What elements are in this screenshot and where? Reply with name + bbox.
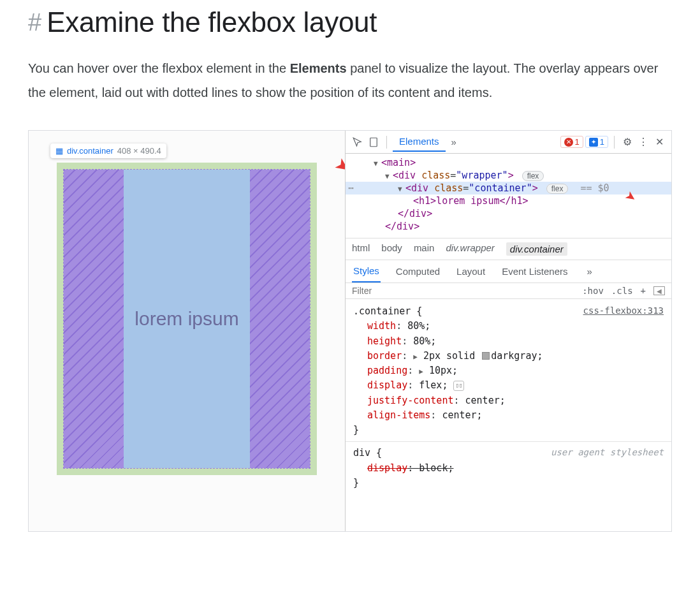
tab-styles[interactable]: Styles (352, 260, 381, 282)
section-heading: # Examine the flexbox layout (28, 6, 672, 38)
styles-tabstrip: Styles Computed Layout Event Listeners » (346, 260, 671, 283)
flexbox-overlay: lorem ipsum (57, 163, 317, 475)
intro-paragraph: You can hover over the flexbox element i… (28, 56, 672, 105)
settings-icon[interactable]: ⚙ (620, 135, 634, 149)
more-tabs-icon[interactable]: » (583, 266, 596, 277)
inspect-icon[interactable] (351, 135, 365, 149)
breadcrumb[interactable]: html body main div.wrapper div.container (346, 238, 671, 260)
ellipsis-icon[interactable]: ⋯ (348, 182, 354, 194)
source-link[interactable]: css-flexbox:313 (583, 304, 664, 319)
ua-stylesheet-label: user agent stylesheet (551, 446, 664, 460)
dom-selected-row[interactable]: ⋯ ▼<div class="container"> flex == $0 (346, 182, 671, 194)
tooltip-dimensions: 408 × 490.4 (117, 146, 161, 156)
hash-icon: # (28, 9, 41, 36)
flex-item: lorem ipsum (124, 170, 250, 468)
tab-computed[interactable]: Computed (395, 261, 441, 282)
more-tabs-icon[interactable]: » (448, 136, 460, 147)
preview-pane: ▦ div.container 408 × 490.4 lorem ipsum … (29, 131, 345, 531)
flex-item-text: lorem ipsum (135, 308, 238, 330)
cls-toggle[interactable]: .cls (611, 286, 633, 296)
dom-tree[interactable]: ▼<main> ▼<div class="wrapper"> flex ⋯ ▼<… (346, 154, 671, 238)
flex-space-right (250, 170, 310, 468)
color-swatch-icon[interactable] (482, 352, 490, 360)
messages-badge[interactable]: ✦1 (585, 136, 608, 148)
filter-input[interactable] (352, 286, 463, 296)
crumb-item[interactable]: body (381, 242, 402, 256)
filter-row: :hov .cls + ◀ (346, 283, 671, 299)
close-icon[interactable]: ✕ (652, 135, 666, 149)
errors-badge[interactable]: ✕1 (560, 136, 583, 148)
svg-rect-0 (370, 138, 377, 147)
more-icon[interactable]: ⋮ (636, 135, 650, 149)
css-rules[interactable]: .container { css-flexbox:313 width: 80%;… (346, 299, 671, 495)
devtools-pane: Elements » ✕1 ✦1 ⚙ ⋮ ✕ ▼<main> ▼<div cla… (345, 131, 671, 531)
console-ref: == $0 (580, 182, 609, 194)
crumb-item[interactable]: main (414, 242, 435, 256)
tooltip-selector: div.container (67, 146, 113, 156)
tab-layout[interactable]: Layout (455, 261, 486, 282)
devtools-toolbar: Elements » ✕1 ✦1 ⚙ ⋮ ✕ (346, 131, 671, 154)
new-rule-button[interactable]: + (641, 286, 646, 296)
figure-screenshot: ▦ div.container 408 × 490.4 lorem ipsum … (28, 130, 672, 532)
element-tooltip: ▦ div.container 408 × 490.4 (50, 143, 166, 158)
page-title: Examine the flexbox layout (47, 6, 377, 38)
tab-elements[interactable]: Elements (393, 132, 446, 152)
crumb-item[interactable]: div.wrapper (446, 242, 494, 256)
flex-badge-icon: ▦ (55, 146, 63, 156)
flex-pill[interactable]: flex (522, 171, 544, 181)
flex-pill[interactable]: flex (546, 184, 569, 194)
box-model-icon[interactable]: ◀ (653, 286, 665, 295)
crumb-item[interactable]: html (352, 242, 370, 256)
hov-toggle[interactable]: :hov (582, 286, 604, 296)
device-icon[interactable] (367, 135, 381, 149)
crumb-item[interactable]: div.container (506, 242, 567, 256)
tab-event-listeners[interactable]: Event Listeners (500, 261, 569, 282)
annotation-arrow-icon: ➤ (331, 152, 345, 178)
flex-space-left (64, 170, 124, 468)
flex-editor-icon[interactable]: ▯▯ (453, 381, 464, 391)
